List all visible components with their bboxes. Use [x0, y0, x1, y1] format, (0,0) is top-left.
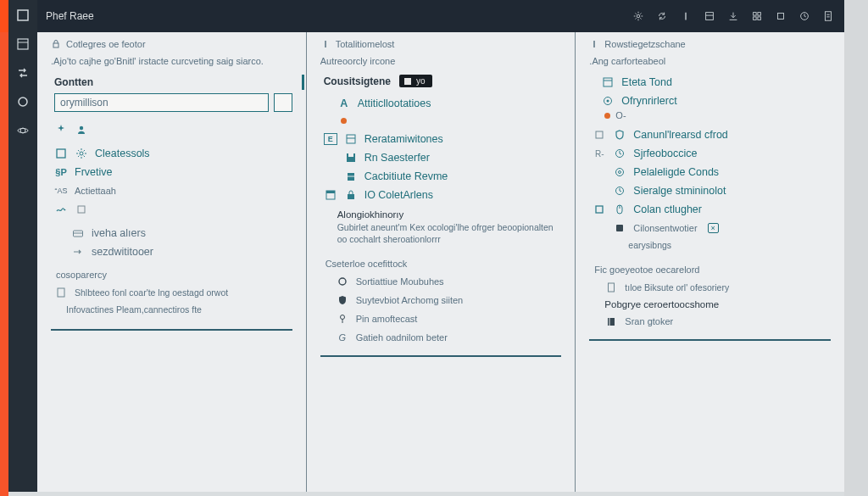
divider: [589, 339, 831, 341]
item-iveha[interactable]: iveha alıers: [51, 224, 292, 242]
item-label: Actiettaah: [75, 186, 116, 196]
svg-point-6: [637, 14, 640, 18]
topbar-refresh-icon[interactable]: [654, 8, 670, 24]
search-submit-button[interactable]: [274, 93, 292, 112]
sidebar-square-icon[interactable]: [14, 7, 31, 24]
svg-rect-45: [596, 131, 603, 138]
svg-rect-55: [608, 318, 615, 326]
g3-item1[interactable]: tıloe Biksute orl' ofesoriery: [589, 278, 831, 297]
item-dot-indicator: [341, 114, 562, 126]
column-categories: Cotlegres oe feotor .Ajo'to cajhe go'Bni…: [37, 32, 306, 492]
device-icon: [613, 221, 626, 235]
topbar-doc-icon[interactable]: [821, 8, 836, 24]
pipe-icon: [320, 39, 331, 49]
c3-item-colan[interactable]: Colan ctlugher: [589, 200, 831, 219]
col1-title: Cotlegres oe feotor: [66, 39, 146, 49]
mouse-icon: [613, 203, 626, 216]
svg-rect-31: [348, 153, 353, 157]
sidebar-orbit-icon[interactable]: [14, 122, 31, 139]
divider: [320, 355, 562, 357]
pipe-icon: [589, 39, 599, 49]
c3-item-pelal[interactable]: Pelaleligde Conds: [589, 163, 831, 181]
save-icon: [344, 151, 358, 164]
sidebar-panel-icon[interactable]: [14, 36, 31, 53]
item-label: Cleatessols: [95, 148, 150, 159]
lock2-icon: [344, 188, 358, 202]
search-input-value: orymillison: [60, 97, 108, 109]
box-icon: [75, 203, 88, 216]
square-icon: [54, 147, 68, 160]
item-sezd[interactable]: sezdwititooer: [51, 242, 292, 261]
c3-nested[interactable]: Cilonsentwotier ×: [589, 219, 831, 237]
item-rnsaest[interactable]: Rn Saesterfer: [320, 148, 562, 167]
svg-rect-28: [347, 135, 355, 143]
arrow-icon: [71, 245, 85, 259]
g2-item3[interactable]: Pin amoftecast: [320, 309, 562, 328]
sparkle-icon: [54, 123, 68, 137]
c3-dot-row: O-: [604, 110, 831, 120]
g3-item2[interactable]: Pobgrye ceroertoocshome: [589, 297, 831, 312]
sidebar-circle-icon[interactable]: [14, 93, 31, 110]
sidebar-transfer-icon[interactable]: [14, 64, 31, 81]
svg-point-22: [80, 152, 83, 155]
topbar-panel-icon[interactable]: [702, 8, 717, 24]
col1-section-label: Gontten: [54, 76, 292, 88]
item-cacbit[interactable]: Cacbitiute Revme: [320, 167, 562, 186]
item-label: Sran gtoker: [625, 316, 673, 326]
active-indicator: [302, 75, 304, 90]
main-content: Cotlegres oe feotor .Ajo'to cajhe go'Bni…: [37, 32, 844, 492]
svg-point-47: [616, 169, 624, 176]
item-label: iveha alıers: [92, 227, 146, 239]
item-label: Canunl'lrearsd cfrod: [633, 129, 727, 141]
letter-g-icon: G: [336, 331, 349, 344]
topbar-clock-icon[interactable]: [797, 8, 812, 24]
svg-rect-35: [326, 191, 335, 193]
item-attitic[interactable]: A Attiticllootatioes: [320, 94, 562, 113]
svg-rect-1: [18, 39, 28, 49]
col3-title: Rowstiegetzschane: [604, 39, 685, 49]
group1-item1[interactable]: Shlbteeo fonl coar'te lng oestagd orwot: [51, 283, 292, 302]
para-title: Alongiokhinorıy: [337, 209, 562, 220]
item-rerat[interactable]: E Reratamiwitones: [320, 130, 562, 148]
user-icon: [75, 123, 88, 137]
svg-point-44: [607, 100, 609, 103]
item-label: Colan ctlugher: [633, 203, 702, 215]
svg-point-37: [339, 278, 346, 285]
c3-item-eteta[interactable]: Eteta Tond: [589, 73, 831, 92]
c3-item-sjrf[interactable]: R- Sjrfeoboccice: [589, 144, 831, 163]
item-frvetive[interactable]: §P Frvetive: [51, 163, 292, 181]
g2-item2[interactable]: Suytevbiot Archomg siiten: [320, 291, 562, 309]
book-icon: [604, 315, 618, 328]
topbar-download-icon[interactable]: [726, 8, 741, 24]
item-label: Reratamiwitones: [364, 133, 443, 145]
svg-point-5: [18, 129, 28, 133]
topbar-pipe-icon[interactable]: [678, 8, 693, 24]
item-label: Eteta Tond: [621, 76, 672, 88]
item-cleatessols[interactable]: Cleatessols: [51, 144, 292, 163]
topbar-grid-icon[interactable]: [749, 8, 765, 24]
c3-item-canunl[interactable]: Canunl'lrearsd cfrod: [589, 125, 831, 144]
setting-icon: [613, 165, 626, 179]
gear-icon: [75, 147, 88, 160]
g2-item1[interactable]: Sortiattiue Moubuhes: [320, 272, 562, 291]
c3-item-sieral[interactable]: Sieralge stmininolot: [589, 181, 831, 200]
item-label: Pin amoftecast: [356, 314, 418, 324]
c3-item-ofryn[interactable]: Ofrynrirlerct: [589, 92, 831, 110]
g2-item4[interactable]: G Gatieh oadnilom beter: [320, 328, 562, 347]
g3-item3[interactable]: Sran gtoker: [589, 312, 831, 331]
item-user[interactable]: [51, 120, 292, 139]
search-input[interactable]: orymillison: [54, 93, 269, 112]
target-icon: [601, 94, 615, 108]
col1-subtitle: .Ajo'to cajhe go'Bnitl' irstacte curcvet…: [51, 56, 292, 66]
topbar-box-icon[interactable]: [773, 8, 788, 24]
topbar-gear-icon[interactable]: [631, 8, 646, 24]
item-label: O-: [615, 110, 626, 120]
item-actiettaah[interactable]: “AS Actiettaah: [51, 181, 292, 200]
item-iocolet[interactable]: IO ColetArlens: [320, 186, 562, 204]
svg-rect-54: [609, 283, 615, 292]
status-chip[interactable]: yo: [399, 75, 432, 87]
cabinet-icon: [344, 170, 358, 183]
item-scribble[interactable]: [51, 200, 292, 219]
svg-rect-53: [616, 225, 623, 231]
item-label: Attiticllootatioes: [358, 98, 431, 109]
